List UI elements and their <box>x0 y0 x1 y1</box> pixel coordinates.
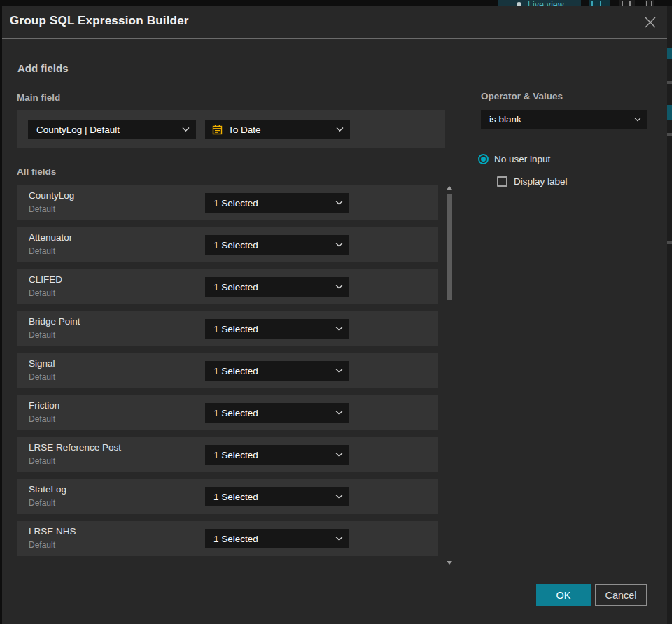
display-label-option: Display label <box>497 176 568 187</box>
background-sidebar <box>667 6 672 624</box>
field-name: CLIFED <box>29 274 62 285</box>
field-selection-select[interactable]: 1 Selected <box>205 529 349 548</box>
field-selection-value: 1 Selected <box>205 324 258 334</box>
field-subtitle: Default <box>29 414 55 424</box>
field-selection-select[interactable]: 1 Selected <box>205 235 349 255</box>
main-field-select-value: CountyLog | Default <box>28 125 120 135</box>
panel-divider <box>463 84 463 565</box>
field-selection-value: 1 Selected <box>205 534 258 544</box>
field-list-item: StateLog Default 1 Selected <box>17 479 438 514</box>
field-selection-value: 1 Selected <box>205 366 258 376</box>
live-view-toggle: Live view <box>498 0 581 6</box>
field-list-item: CLIFED Default 1 Selected <box>17 269 438 304</box>
field-subtitle: Default <box>29 540 55 550</box>
chevron-down-icon <box>182 127 190 132</box>
field-subtitle: Default <box>29 288 55 298</box>
field-list-item: Attenuator Default 1 Selected <box>17 227 438 262</box>
field-name: Bridge Point <box>29 316 80 327</box>
dialog-title-bar: Group SQL Expression Builder <box>2 6 667 39</box>
main-field-select[interactable]: CountyLog | Default <box>28 120 196 139</box>
close-icon[interactable] <box>642 14 659 31</box>
main-field-panel: CountyLog | Default To Date <box>17 110 445 148</box>
field-name: StateLog <box>29 484 66 495</box>
chevron-down-icon <box>335 243 343 248</box>
field-subtitle: Default <box>29 498 55 508</box>
cancel-button[interactable]: Cancel <box>595 584 647 606</box>
field-name: Friction <box>29 400 59 411</box>
chevron-down-icon <box>335 285 343 290</box>
field-name: LRSE Reference Post <box>29 442 121 453</box>
field-name: CountyLog <box>29 190 74 201</box>
field-selection-value: 1 Selected <box>205 282 258 292</box>
field-subtitle: Default <box>29 330 55 340</box>
chevron-down-icon <box>335 411 343 416</box>
operator-select-value: is blank <box>481 114 522 125</box>
no-user-input-radio[interactable] <box>478 154 489 164</box>
field-type-select-value: To Date <box>223 125 261 135</box>
background-toolbar-button <box>589 0 610 6</box>
chevron-down-icon <box>335 537 343 541</box>
scrollbar-thumb[interactable] <box>447 194 452 300</box>
calendar-icon <box>212 125 223 135</box>
field-selection-select[interactable]: 1 Selected <box>205 361 349 381</box>
group-sql-expression-builder-dialog: Group SQL Expression Builder Add fields … <box>2 6 667 624</box>
background-toolbar: Live view <box>0 0 672 6</box>
field-selection-select[interactable]: 1 Selected <box>205 277 349 297</box>
operator-values-heading: Operator & Values <box>481 91 563 101</box>
chevron-down-icon <box>335 201 343 206</box>
scroll-up-icon[interactable] <box>446 184 453 191</box>
field-type-select[interactable]: To Date <box>205 120 350 139</box>
field-list-item: CountyLog Default 1 Selected <box>17 185 438 220</box>
field-selection-select[interactable]: 1 Selected <box>205 403 349 423</box>
field-name: Attenuator <box>29 232 72 243</box>
field-selection-value: 1 Selected <box>205 450 258 460</box>
field-list-item: LRSE Reference Post Default 1 Selected <box>17 437 438 472</box>
live-view-label: Live view <box>528 0 564 6</box>
field-name: Signal <box>29 358 55 369</box>
add-fields-heading: Add fields <box>18 62 69 74</box>
chevron-down-icon <box>335 327 343 332</box>
field-selection-value: 1 Selected <box>205 198 258 208</box>
field-subtitle: Default <box>29 372 55 382</box>
field-name: LRSE NHS <box>29 526 76 537</box>
scroll-down-icon[interactable] <box>446 559 453 566</box>
chevron-down-icon <box>335 369 343 374</box>
field-selection-select[interactable]: 1 Selected <box>205 487 349 506</box>
field-subtitle: Default <box>29 204 55 214</box>
field-selection-select[interactable]: 1 Selected <box>205 319 349 339</box>
field-list-item: Signal Default 1 Selected <box>17 353 438 388</box>
ok-button[interactable]: OK <box>536 584 591 606</box>
field-selection-value: 1 Selected <box>205 240 258 250</box>
field-list-item: LRSE NHS Default 1 Selected <box>17 521 438 556</box>
no-user-input-option: No user input <box>478 153 550 164</box>
field-selection-select[interactable]: 1 Selected <box>205 445 349 465</box>
background-toolbar-button <box>620 0 635 6</box>
display-label-checkbox[interactable] <box>497 176 507 187</box>
field-selection-value: 1 Selected <box>205 492 258 502</box>
field-selection-select[interactable]: 1 Selected <box>205 193 349 213</box>
main-field-heading: Main field <box>17 92 60 103</box>
all-fields-heading: All fields <box>17 166 56 177</box>
operator-select[interactable]: is blank <box>481 110 648 129</box>
field-subtitle: Default <box>29 456 55 466</box>
field-list-item: Bridge Point Default 1 Selected <box>17 311 438 346</box>
list-scrollbar[interactable] <box>446 184 453 566</box>
no-user-input-label: No user input <box>494 154 550 164</box>
dialog-title: Group SQL Expression Builder <box>10 14 189 28</box>
field-list-item: Friction Default 1 Selected <box>17 395 438 430</box>
field-selection-value: 1 Selected <box>205 408 258 418</box>
field-subtitle: Default <box>29 246 55 256</box>
chevron-down-icon <box>335 495 343 499</box>
background-toolbar-button <box>645 0 654 6</box>
display-label-label: Display label <box>514 176 568 187</box>
chevron-down-icon <box>634 118 641 122</box>
chevron-down-icon <box>335 453 343 458</box>
chevron-down-icon <box>336 127 344 132</box>
